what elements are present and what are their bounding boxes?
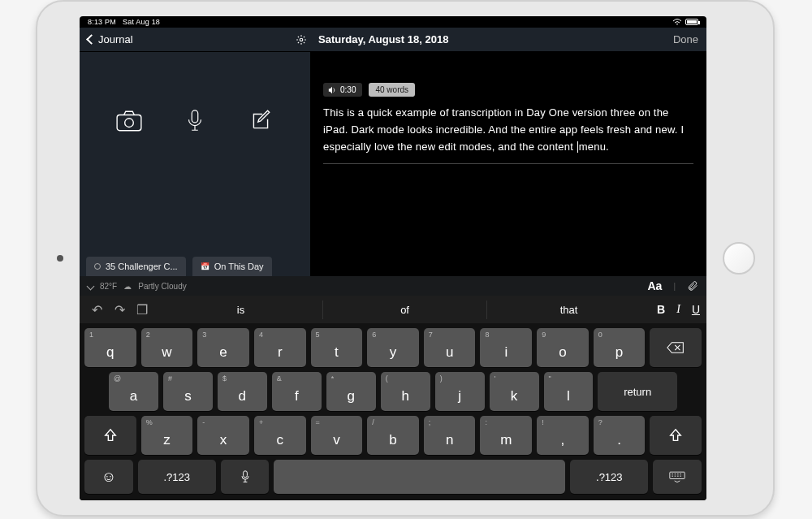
sidebar-chips: 35 Challenger C... 📅 On This Day (86, 257, 304, 276)
toolbar-weather[interactable]: Partly Cloudy (138, 282, 186, 291)
status-date: Sat Aug 18 (123, 18, 160, 26)
key-,[interactable]: !, (537, 416, 589, 455)
pin-icon (94, 263, 101, 270)
suggestion-3[interactable]: that (486, 301, 650, 319)
status-bar: 8:13 PM Sat Aug 18 (80, 16, 706, 28)
key-p[interactable]: 0p (594, 328, 646, 367)
paperclip-icon[interactable] (687, 280, 698, 292)
audio-row: 0:30 40 words (323, 83, 693, 97)
wifi-icon (672, 19, 682, 26)
suggestions: is of that (159, 301, 650, 319)
key-e[interactable]: 3e (197, 328, 249, 367)
calendar-icon: 📅 (201, 262, 209, 270)
status-right (672, 19, 698, 26)
numswitch-key-left[interactable]: .?123 (138, 460, 216, 494)
return-key[interactable]: return (598, 372, 677, 411)
key-a[interactable]: @a (109, 372, 158, 411)
svg-point-2 (124, 119, 133, 128)
svg-point-0 (300, 38, 303, 41)
ipad-frame: 8:13 PM Sat Aug 18 Journal Saturday, Aug… (36, 0, 775, 517)
key-r[interactable]: 4r (254, 328, 306, 367)
keyboard: 1q2w3e4r5t6y7u8i9o0p @a#s$d&f*g(h)j'k"lr… (80, 323, 706, 500)
audio-clip-badge[interactable]: 0:30 (323, 83, 362, 97)
key-m[interactable]: :m (480, 416, 532, 455)
app-header: Journal Saturday, August 18, 2018 Done (80, 28, 706, 52)
key-l[interactable]: "l (544, 372, 594, 411)
home-button[interactable] (723, 242, 755, 275)
key-b[interactable]: /b (367, 416, 419, 455)
screen: 8:13 PM Sat Aug 18 Journal Saturday, Aug… (80, 16, 706, 500)
word-count-badge[interactable]: 40 words (369, 83, 415, 97)
undo-icon[interactable]: ↶ (86, 302, 107, 318)
key-x[interactable]: -x (197, 416, 249, 455)
text-cursor (577, 141, 578, 153)
status-time-date: 8:13 PM Sat Aug 18 (88, 18, 160, 26)
key-o[interactable]: 9o (537, 328, 589, 367)
entry-text-a: This is a quick example of transcription… (323, 106, 684, 153)
emoji-key[interactable]: ☺ (84, 460, 133, 494)
chip-label: 35 Challenger C... (106, 262, 178, 271)
gear-icon[interactable] (296, 34, 307, 45)
bold-button[interactable]: B (657, 303, 665, 316)
speaker-icon (328, 86, 336, 94)
keyboard-wrapper: 82°F ☁ Partly Cloudy Aa | ↶ ↷ ❐ is of th… (80, 276, 706, 500)
svg-rect-4 (243, 471, 247, 478)
key-y[interactable]: 6y (367, 328, 419, 367)
text-style-button[interactable]: Aa (647, 279, 662, 292)
italic-button[interactable]: I (676, 303, 680, 316)
key-d[interactable]: $d (218, 372, 267, 411)
done-button[interactable]: Done (673, 33, 698, 45)
shift-key-left[interactable] (84, 416, 136, 455)
key-i[interactable]: 8i (480, 328, 532, 367)
redo-icon[interactable]: ↷ (109, 302, 130, 318)
svg-rect-1 (117, 115, 141, 131)
key-c[interactable]: +c (254, 416, 306, 455)
key-v[interactable]: =v (311, 416, 363, 455)
key-j[interactable]: )j (435, 372, 485, 411)
entry-date-title: Saturday, August 18, 2018 (318, 33, 673, 45)
chip-location[interactable]: 35 Challenger C... (86, 257, 186, 276)
status-time: 8:13 PM (88, 18, 116, 26)
entry-text[interactable]: This is a quick example of transcription… (323, 105, 693, 155)
svg-rect-5 (670, 472, 685, 478)
key-z[interactable]: %z (141, 416, 193, 455)
editor-pane[interactable]: 0:30 40 words This is a quick example of… (310, 52, 706, 276)
format-controls: B I U (657, 303, 700, 316)
key-n[interactable]: ;n (424, 416, 476, 455)
microphone-icon[interactable] (181, 109, 209, 133)
key-u[interactable]: 7u (424, 328, 476, 367)
clipboard-icon[interactable]: ❐ (132, 302, 153, 318)
chevron-left-icon (86, 34, 97, 45)
key-q[interactable]: 1q (84, 328, 136, 367)
compose-icon[interactable] (247, 109, 274, 133)
numswitch-key-right[interactable]: .?123 (570, 460, 648, 494)
quicktype-row: ↶ ↷ ❐ is of that B I U (80, 296, 706, 323)
key-t[interactable]: 5t (311, 328, 363, 367)
audio-duration: 0:30 (340, 85, 356, 94)
editor-toolbar: 82°F ☁ Partly Cloudy Aa | (80, 276, 706, 296)
key-s[interactable]: #s (163, 372, 213, 411)
space-key[interactable] (274, 460, 565, 494)
dictation-key[interactable] (221, 460, 270, 494)
key-h[interactable]: (h (381, 372, 430, 411)
key-w[interactable]: 2w (141, 328, 193, 367)
key-f[interactable]: &f (272, 372, 322, 411)
chevron-down-icon[interactable] (87, 282, 95, 290)
key-.[interactable]: ?. (594, 416, 646, 455)
back-button[interactable]: Journal (88, 33, 185, 45)
key-g[interactable]: *g (326, 372, 376, 411)
shift-key-right[interactable] (650, 416, 702, 455)
toolbar-temp[interactable]: 82°F (100, 282, 117, 291)
underline-button[interactable]: U (692, 303, 700, 316)
cloud-icon: ☁ (123, 282, 132, 291)
chip-label: On This Day (214, 262, 264, 271)
suggestion-1[interactable]: is (159, 301, 322, 319)
sidebar: 35 Challenger C... 📅 On This Day (80, 52, 310, 276)
backspace-key[interactable] (650, 328, 702, 367)
chip-onthisday[interactable]: 📅 On This Day (192, 257, 272, 276)
entry-divider (323, 163, 693, 164)
dismiss-keyboard-key[interactable] (653, 460, 702, 494)
camera-icon[interactable] (115, 109, 143, 133)
key-k[interactable]: 'k (490, 372, 539, 411)
suggestion-2[interactable]: of (322, 301, 486, 319)
